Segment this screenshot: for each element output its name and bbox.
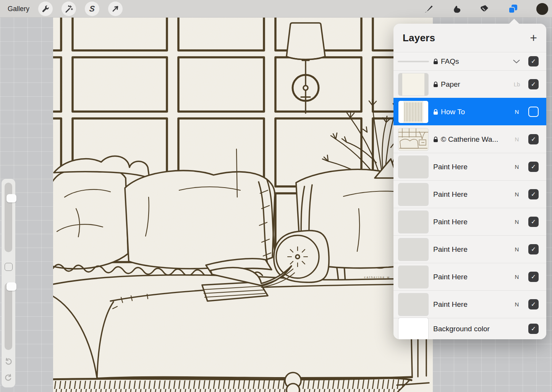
blend-mode-badge[interactable]: N	[513, 191, 521, 198]
brush-icon	[424, 4, 434, 14]
collapse-group-button[interactable]	[513, 60, 520, 63]
layer-thumbnail[interactable]	[398, 211, 428, 233]
blend-mode-badge[interactable]: Lb	[513, 81, 521, 87]
visibility-checkbox[interactable]	[528, 107, 539, 117]
adjustments-button[interactable]	[62, 2, 76, 16]
layer-thumbnail[interactable]	[398, 73, 428, 96]
lock-indicator	[433, 136, 438, 143]
layer-list: FAQs✓PaperLb✓How ToN©Catherine Wa...N✓Pa…	[393, 52, 546, 339]
layer-thumbnail-area	[393, 238, 433, 261]
undo-icon	[4, 358, 13, 366]
layer-name: Paint Here	[433, 245, 468, 254]
visibility-checkbox[interactable]: ✓	[528, 244, 539, 254]
copyright-icon: ©	[441, 135, 446, 144]
layer-thumbnail-area	[393, 293, 433, 316]
visibility-checkbox[interactable]: ✓	[528, 272, 539, 282]
layer-name: Background color	[433, 325, 490, 333]
layer-row-paint[interactable]: Paint HereN✓	[393, 290, 546, 318]
lock-icon	[433, 58, 438, 65]
layers-panel: Layers + FAQs✓PaperLb✓How ToN©Catherine …	[393, 24, 546, 339]
visibility-checkbox[interactable]: ✓	[528, 79, 539, 89]
visibility-checkbox[interactable]: ✓	[528, 162, 539, 172]
blend-mode-badge[interactable]: N	[513, 219, 521, 225]
layer-row-paper[interactable]: PaperLb✓	[393, 70, 546, 98]
layer-name: Paint Here	[433, 273, 468, 281]
layer-name: Paper	[441, 80, 460, 89]
layers-icon	[508, 3, 518, 14]
visibility-checkbox[interactable]: ✓	[528, 189, 539, 199]
visibility-checkbox[interactable]: ✓	[528, 56, 539, 66]
art-thumbnail-drawing	[398, 128, 428, 151]
layer-thumbnail-area	[393, 183, 433, 206]
redo-button[interactable]	[2, 371, 15, 384]
smudge-tool-button[interactable]	[449, 2, 464, 16]
layer-row-background[interactable]: Background color✓	[393, 318, 546, 339]
layer-thumbnail-area	[393, 61, 433, 62]
line-art-illustration: catherine w	[53, 18, 433, 392]
layer-row-art[interactable]: ©Catherine Wa...N✓	[393, 125, 546, 153]
blend-mode-badge[interactable]: N	[513, 136, 521, 143]
layers-panel-header: Layers +	[393, 24, 546, 52]
add-layer-button[interactable]: +	[530, 32, 537, 44]
layer-name: Catherine Wa...	[448, 135, 498, 144]
lock-icon	[433, 81, 438, 87]
selection-button[interactable]: S	[85, 2, 99, 16]
brush-size-handle[interactable]	[6, 194, 16, 202]
eraser-tool-button[interactable]	[477, 2, 492, 16]
brush-tool-button[interactable]	[421, 2, 436, 16]
visibility-checkbox[interactable]: ✓	[528, 324, 539, 334]
lock-indicator	[433, 81, 438, 87]
modify-button[interactable]	[5, 263, 13, 271]
layer-row-paint[interactable]: Paint HereN✓	[393, 263, 546, 290]
layer-name: FAQs	[441, 57, 459, 66]
layers-button-active[interactable]	[506, 2, 520, 16]
layer-row-paint[interactable]: Paint HereN✓	[393, 153, 546, 180]
layer-row-group[interactable]: FAQs✓	[393, 52, 546, 70]
lock-icon	[433, 109, 438, 115]
layer-thumbnail-area	[393, 73, 433, 96]
actions-button[interactable]	[38, 2, 53, 16]
magic-wand-icon	[65, 5, 73, 13]
opacity-handle[interactable]	[6, 282, 16, 291]
layer-thumbnail[interactable]	[398, 266, 428, 288]
layer-thumbnail[interactable]	[398, 156, 428, 178]
selection-icon: S	[89, 4, 96, 13]
group-line-thumbnail	[398, 61, 429, 62]
layer-thumbnail[interactable]	[398, 101, 428, 123]
visibility-checkbox[interactable]: ✓	[528, 217, 539, 227]
gallery-button[interactable]: Gallery	[8, 0, 29, 18]
blend-mode-badge[interactable]: N	[513, 109, 521, 115]
drawing-canvas[interactable]: catherine w	[53, 18, 433, 392]
layer-thumbnail[interactable]	[398, 318, 428, 340]
undo-button[interactable]	[2, 355, 15, 368]
chevron-down-icon	[513, 60, 520, 63]
sidebar-controls	[2, 179, 15, 387]
transform-icon	[111, 5, 120, 13]
layer-name: Paint Here	[433, 190, 468, 199]
layer-thumbnail-area	[393, 211, 433, 233]
visibility-checkbox[interactable]: ✓	[528, 299, 539, 309]
layer-row-howto[interactable]: How ToN	[393, 98, 546, 125]
blend-mode-badge[interactable]: N	[513, 274, 521, 280]
lock-icon	[433, 136, 438, 143]
blend-mode-badge[interactable]: N	[513, 246, 521, 253]
layer-thumbnail-area	[393, 156, 433, 178]
color-button[interactable]	[535, 2, 549, 16]
blend-mode-badge[interactable]: N	[513, 164, 521, 170]
layer-row-paint[interactable]: Paint HereN✓	[393, 180, 546, 208]
layer-thumbnail-area	[393, 318, 433, 340]
transform-button[interactable]	[108, 2, 123, 16]
brush-size-slider[interactable]	[5, 183, 12, 252]
layers-title: Layers	[403, 32, 435, 44]
layer-thumbnail[interactable]	[398, 238, 428, 261]
eraser-icon	[479, 4, 489, 14]
layer-row-paint[interactable]: Paint HereN✓	[393, 235, 546, 263]
opacity-slider[interactable]	[5, 283, 12, 350]
layer-thumbnail[interactable]	[398, 128, 428, 151]
lock-indicator	[433, 109, 438, 115]
layer-row-paint[interactable]: Paint HereN✓	[393, 208, 546, 235]
blend-mode-badge[interactable]: N	[513, 301, 521, 308]
visibility-checkbox[interactable]: ✓	[528, 134, 539, 144]
layer-thumbnail[interactable]	[398, 183, 428, 206]
layer-thumbnail[interactable]	[398, 293, 428, 316]
